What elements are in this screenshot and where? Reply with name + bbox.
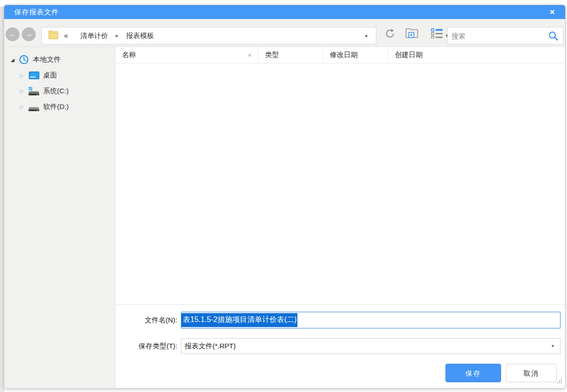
save-form-panel: 文件名(N): 表15.1.5-2措施项目清单计价表(二) 保存类型(T): 报… xyxy=(115,304,565,388)
refresh-icon[interactable] xyxy=(385,28,395,41)
column-label: 名称 xyxy=(122,51,136,59)
forward-arrow-icon[interactable]: → xyxy=(22,27,36,41)
expander-closed-icon[interactable]: ▷ xyxy=(19,88,25,94)
folder-tree-sidebar: 本地文件 ▷ 桌面 ▷ xyxy=(4,47,115,388)
filename-input[interactable]: 表15.1.5-2措施项目清单计价表(二) xyxy=(181,312,561,328)
system-drive-icon xyxy=(28,87,39,96)
filename-label: 文件名(N): xyxy=(116,312,177,328)
navigation-toolbar: ← → « 清单计价 ▶ 报表模板 ▼ xyxy=(4,19,565,47)
filetype-value: 报表文件(*.RPT) xyxy=(185,342,236,351)
filetype-select[interactable]: 报表文件(*.RPT) ▼ xyxy=(181,338,561,354)
column-header-name[interactable]: 名称 ∨ xyxy=(116,47,258,63)
sort-chevron-icon[interactable]: ∨ xyxy=(248,52,251,58)
save-button[interactable]: 保存 xyxy=(445,364,501,382)
clock-icon xyxy=(18,55,29,64)
dialog-title: 保存报表文件 xyxy=(4,8,59,17)
expander-open-icon[interactable] xyxy=(8,56,15,64)
breadcrumb-overflow-icon[interactable]: « xyxy=(64,32,68,40)
search-input[interactable] xyxy=(451,28,547,44)
tree-item-label: 桌面 xyxy=(43,71,57,80)
breadcrumb-item-qingdanjijia[interactable]: 清单计价 xyxy=(80,32,108,40)
back-arrow-icon[interactable]: ← xyxy=(6,27,19,41)
column-header-type[interactable]: 类型 xyxy=(258,47,323,63)
breadcrumb-item-baobiaomoban[interactable]: 报表模板 xyxy=(126,32,154,40)
filename-selected-text: 表15.1.5-2措施项目清单计价表(二) xyxy=(181,313,297,327)
desktop-icon xyxy=(28,71,39,79)
search-icon[interactable] xyxy=(548,31,558,43)
list-view-icon[interactable] xyxy=(431,28,443,40)
breadcrumb-separator-icon: ▶ xyxy=(116,33,119,38)
file-list-header: 名称 ∨ 类型 修改日期 创建日期 xyxy=(116,47,565,64)
tree-item-label: 本地文件 xyxy=(33,55,61,64)
column-label: 创建日期 xyxy=(395,51,423,59)
column-header-modified[interactable]: 修改日期 xyxy=(323,47,388,63)
file-list[interactable]: 名称 ∨ 类型 修改日期 创建日期 xyxy=(115,47,565,304)
address-dropdown-icon[interactable]: ▼ xyxy=(364,34,368,39)
column-label: 类型 xyxy=(265,51,279,59)
expander-closed-icon[interactable]: ▷ xyxy=(19,104,25,110)
tree-item-system-c[interactable]: ▷ 系统(C:) xyxy=(4,83,115,99)
close-icon[interactable]: × xyxy=(544,5,561,19)
new-folder-icon[interactable] xyxy=(405,28,419,40)
resize-grip[interactable] xyxy=(556,377,562,386)
tree-item-label: 软件(D:) xyxy=(43,103,69,111)
column-header-created[interactable]: 创建日期 xyxy=(388,47,565,63)
tree-item-software-d[interactable]: ▷ 软件(D:) xyxy=(4,99,115,115)
tree-item-local-files[interactable]: 本地文件 xyxy=(4,51,115,67)
filetype-dropdown-icon: ▼ xyxy=(551,344,555,348)
save-report-dialog: 保存报表文件 × ← → « 清单计价 ▶ 报表模板 ▼ xyxy=(4,5,566,389)
filetype-label: 保存类型(T): xyxy=(116,338,177,354)
dialog-titlebar[interactable]: 保存报表文件 × xyxy=(4,5,565,19)
tree-item-desktop[interactable]: ▷ 桌面 xyxy=(4,67,115,83)
drive-icon xyxy=(28,103,39,111)
folder-icon xyxy=(48,31,58,41)
column-label: 修改日期 xyxy=(330,51,358,59)
cancel-button[interactable]: 取消 xyxy=(506,364,557,382)
tree-item-label: 系统(C:) xyxy=(43,87,69,96)
search-box xyxy=(447,27,563,45)
address-bar[interactable]: « 清单计价 ▶ 报表模板 ▼ xyxy=(41,27,376,45)
expander-closed-icon[interactable]: ▷ xyxy=(19,72,25,78)
